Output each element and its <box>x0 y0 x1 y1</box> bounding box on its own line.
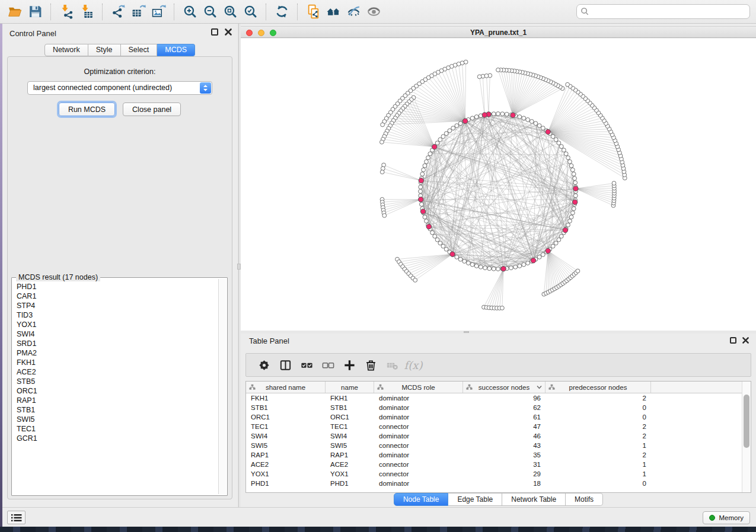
mcds-node[interactable] <box>511 113 515 117</box>
network-node[interactable] <box>492 267 496 271</box>
import-table-button[interactable] <box>76 2 97 21</box>
zoom-fit-button[interactable] <box>220 2 240 21</box>
close-panel-icon[interactable] <box>742 336 749 344</box>
mcds-result-item[interactable]: SRD1 <box>17 339 217 348</box>
network-node[interactable] <box>430 230 435 235</box>
network-node[interactable] <box>534 121 538 126</box>
network-node[interactable] <box>551 244 555 248</box>
unselect-all-button[interactable] <box>317 356 339 374</box>
column-header-successor-nodes[interactable]: successor nodes <box>463 382 546 393</box>
network-node[interactable] <box>537 124 541 128</box>
network-node[interactable] <box>380 170 384 174</box>
network-node[interactable] <box>422 168 426 172</box>
network-node[interactable] <box>380 140 384 144</box>
add-column-button[interactable] <box>339 356 360 374</box>
table-row[interactable]: YOX1YOX1connector291 <box>246 469 751 479</box>
column-header-shared-name[interactable]: shared name <box>246 382 326 393</box>
mcds-result-item[interactable]: RAP1 <box>17 396 217 405</box>
mcds-node[interactable] <box>420 209 425 214</box>
network-node[interactable] <box>435 238 439 242</box>
network-node[interactable] <box>496 267 500 271</box>
run-mcds-button[interactable]: Run MCDS <box>59 102 115 116</box>
tab-select[interactable]: Select <box>121 44 158 56</box>
network-node[interactable] <box>474 264 479 268</box>
search-input[interactable] <box>589 5 749 18</box>
network-node[interactable] <box>612 181 616 185</box>
network-node[interactable] <box>425 160 429 164</box>
network-node[interactable] <box>573 194 578 198</box>
network-node[interactable] <box>562 148 566 152</box>
network-node[interactable] <box>522 262 526 267</box>
import-network-button[interactable] <box>56 2 76 21</box>
network-node[interactable] <box>441 244 445 248</box>
network-node[interactable] <box>541 126 545 130</box>
network-node[interactable] <box>564 152 568 156</box>
float-window-icon[interactable] <box>730 337 736 344</box>
network-node[interactable] <box>572 207 576 211</box>
mcds-result-item[interactable]: ACE2 <box>17 367 217 377</box>
zoom-selected-button[interactable] <box>240 2 260 21</box>
mcds-result-item[interactable]: FKH1 <box>17 358 217 367</box>
network-node[interactable] <box>477 75 481 79</box>
mcds-node[interactable] <box>482 113 487 117</box>
network-node[interactable] <box>419 185 423 189</box>
column-header-MCDS-role[interactable]: MCDS role <box>374 382 463 393</box>
network-node[interactable] <box>526 261 530 265</box>
network-node[interactable] <box>509 266 513 270</box>
tab-motifs[interactable]: Motifs <box>566 493 603 506</box>
network-node[interactable] <box>529 120 534 124</box>
mcds-node[interactable] <box>450 252 455 257</box>
network-node[interactable] <box>537 255 541 259</box>
network-node[interactable] <box>382 213 387 217</box>
network-canvas[interactable] <box>241 39 756 331</box>
mcds-node[interactable] <box>546 129 550 134</box>
network-node[interactable] <box>500 112 505 116</box>
network-node[interactable] <box>505 112 509 116</box>
network-node[interactable] <box>571 211 575 215</box>
network-node[interactable] <box>420 203 424 207</box>
network-node[interactable] <box>526 118 530 122</box>
zoom-out-button[interactable] <box>200 2 220 21</box>
network-node[interactable] <box>426 156 430 160</box>
network-node[interactable] <box>554 137 558 142</box>
network-node[interactable] <box>438 137 442 142</box>
network-node[interactable] <box>566 82 570 86</box>
network-node[interactable] <box>467 261 471 265</box>
mcds-result-item[interactable]: PMA2 <box>17 348 217 358</box>
table-row[interactable]: ACE2ACE2connector311 <box>246 460 751 469</box>
mcds-result-item[interactable]: STP4 <box>17 301 217 310</box>
memory-button[interactable]: Memory <box>703 511 750 524</box>
mcds-result-item[interactable]: ORC1 <box>17 386 217 396</box>
mcds-result-item[interactable]: GCR1 <box>17 434 217 443</box>
tab-mcds[interactable]: MCDS <box>157 44 195 56</box>
delete-column-button[interactable] <box>360 356 381 374</box>
table-row[interactable]: RAP1RAP1dominator352 <box>246 450 751 460</box>
hide-details-button[interactable] <box>343 2 363 21</box>
network-node[interactable] <box>518 264 522 268</box>
refresh-button[interactable] <box>272 2 292 21</box>
home-button[interactable] <box>323 2 343 21</box>
network-node[interactable] <box>419 190 423 194</box>
column-header-predecessor-nodes[interactable]: predecessor nodes <box>546 382 651 393</box>
float-window-icon[interactable] <box>211 28 218 36</box>
network-node[interactable] <box>470 116 474 120</box>
network-node[interactable] <box>462 259 467 264</box>
network-node[interactable] <box>470 262 474 267</box>
open-file-button[interactable] <box>5 2 25 21</box>
mcds-result-item[interactable]: SWI4 <box>17 329 217 339</box>
select-all-button[interactable] <box>296 356 317 374</box>
network-node[interactable] <box>566 223 570 227</box>
network-node[interactable] <box>496 68 500 72</box>
zoom-in-button[interactable] <box>180 2 200 21</box>
network-node[interactable] <box>455 124 459 128</box>
network-frame-titlebar[interactable]: YPA_prune.txt_1 <box>241 26 756 38</box>
tab-edge-table[interactable]: Edge Table <box>448 493 502 506</box>
network-node[interactable] <box>381 123 385 127</box>
table-row[interactable]: ORC1ORC1dominator610 <box>246 412 751 422</box>
tab-network-table[interactable]: Network Table <box>502 493 566 506</box>
network-node[interactable] <box>455 255 459 259</box>
network-node[interactable] <box>559 234 563 238</box>
mcds-result-item[interactable]: STB1 <box>17 405 217 415</box>
new-network-from-file-button[interactable] <box>303 2 323 21</box>
network-node[interactable] <box>569 215 573 219</box>
